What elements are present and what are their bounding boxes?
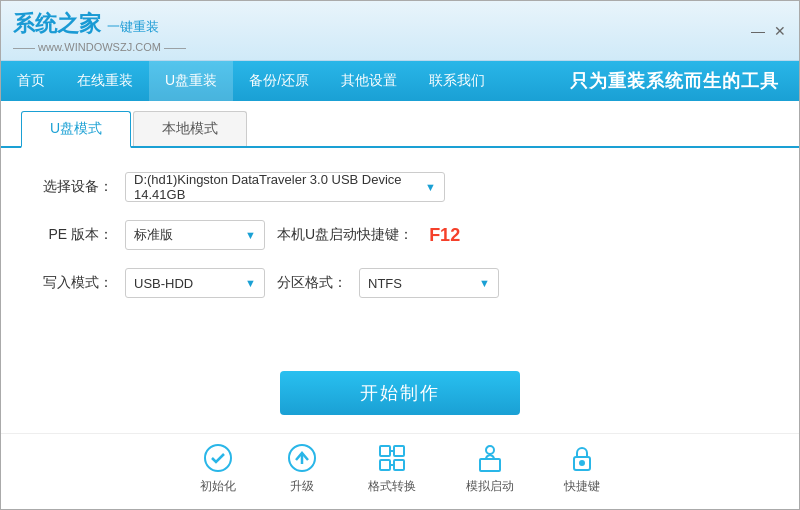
upload-circle-icon [286, 442, 318, 474]
device-arrow-icon: ▼ [425, 181, 436, 193]
bottom-simulate-label: 模拟启动 [466, 478, 514, 495]
bottom-icons: 初始化 升级 格式转换 [1, 433, 799, 509]
device-row: 选择设备： D:(hd1)Kingston DataTraveler 3.0 U… [41, 172, 759, 202]
window-controls: — ✕ [751, 24, 787, 38]
nav-items: 首页 在线重装 U盘重装 备份/还原 其他设置 联系我们 [1, 61, 570, 101]
title-left: 系统之家 一键重装 —— www.WINDOWSZJ.COM —— [13, 9, 186, 53]
minimize-button[interactable]: — [751, 24, 765, 38]
svg-point-9 [486, 446, 494, 454]
close-button[interactable]: ✕ [773, 24, 787, 38]
write-select[interactable]: USB-HDD ▼ [125, 268, 265, 298]
tab-local-mode[interactable]: 本地模式 [133, 111, 247, 146]
pe-select[interactable]: 标准版 ▼ [125, 220, 265, 250]
bottom-upgrade[interactable]: 升级 [286, 442, 318, 495]
pe-label: PE 版本： [41, 226, 113, 244]
svg-rect-5 [380, 460, 390, 470]
device-value: D:(hd1)Kingston DataTraveler 3.0 USB Dev… [134, 172, 419, 202]
shortcut-label: 本机U盘启动快捷键： [277, 226, 413, 244]
svg-point-0 [205, 445, 231, 471]
start-button[interactable]: 开始制作 [280, 371, 520, 415]
app-window: 系统之家 一键重装 —— www.WINDOWSZJ.COM —— — ✕ 首页… [0, 0, 800, 510]
pe-row: PE 版本： 标准版 ▼ 本机U盘启动快捷键： F12 [41, 220, 759, 250]
bottom-upgrade-label: 升级 [290, 478, 314, 495]
start-btn-row: 开始制作 [1, 371, 799, 415]
bottom-init[interactable]: 初始化 [200, 442, 236, 495]
shortcut-key: F12 [429, 225, 460, 246]
person-screen-icon [474, 442, 506, 474]
bottom-simulate[interactable]: 模拟启动 [466, 442, 514, 495]
app-title: 系统之家 [13, 9, 101, 39]
nav-usb[interactable]: U盘重装 [149, 61, 233, 101]
nav-backup[interactable]: 备份/还原 [233, 61, 325, 101]
write-value: USB-HDD [134, 276, 193, 291]
write-arrow-icon: ▼ [245, 277, 256, 289]
bottom-convert[interactable]: 格式转换 [368, 442, 416, 495]
grid-convert-icon [376, 442, 408, 474]
part-value: NTFS [368, 276, 402, 291]
lock-icon [566, 442, 598, 474]
app-subtitle: 一键重装 [107, 18, 159, 36]
part-select[interactable]: NTFS ▼ [359, 268, 499, 298]
nav-home[interactable]: 首页 [1, 61, 61, 101]
write-label: 写入模式： [41, 274, 113, 292]
svg-rect-3 [380, 446, 390, 456]
main-content: U盘模式 本地模式 选择设备： D:(hd1)Kingston DataTrav… [1, 101, 799, 509]
bottom-shortcut[interactable]: 快捷键 [564, 442, 600, 495]
svg-point-13 [580, 461, 584, 465]
form-area: 选择设备： D:(hd1)Kingston DataTraveler 3.0 U… [1, 148, 799, 361]
title-bar: 系统之家 一键重装 —— www.WINDOWSZJ.COM —— — ✕ [1, 1, 799, 61]
tab-usb-mode[interactable]: U盘模式 [21, 111, 131, 148]
part-arrow-icon: ▼ [479, 277, 490, 289]
svg-rect-10 [480, 459, 500, 471]
nav-slogan: 只为重装系统而生的工具 [570, 61, 799, 101]
app-url: —— www.WINDOWSZJ.COM —— [13, 41, 186, 53]
device-select[interactable]: D:(hd1)Kingston DataTraveler 3.0 USB Dev… [125, 172, 445, 202]
bottom-convert-label: 格式转换 [368, 478, 416, 495]
part-label: 分区格式： [277, 274, 347, 292]
bottom-shortcut-label: 快捷键 [564, 478, 600, 495]
tabs-row: U盘模式 本地模式 [1, 101, 799, 148]
nav-online[interactable]: 在线重装 [61, 61, 149, 101]
write-row: 写入模式： USB-HDD ▼ 分区格式： NTFS ▼ [41, 268, 759, 298]
title-main: 系统之家 一键重装 [13, 9, 186, 39]
nav-bar: 首页 在线重装 U盘重装 备份/还原 其他设置 联系我们 只为重装系统而生的工具 [1, 61, 799, 101]
nav-settings[interactable]: 其他设置 [325, 61, 413, 101]
svg-rect-6 [394, 460, 404, 470]
pe-value: 标准版 [134, 226, 173, 244]
check-circle-icon [202, 442, 234, 474]
bottom-init-label: 初始化 [200, 478, 236, 495]
svg-rect-4 [394, 446, 404, 456]
nav-contact[interactable]: 联系我们 [413, 61, 501, 101]
device-label: 选择设备： [41, 178, 113, 196]
pe-arrow-icon: ▼ [245, 229, 256, 241]
